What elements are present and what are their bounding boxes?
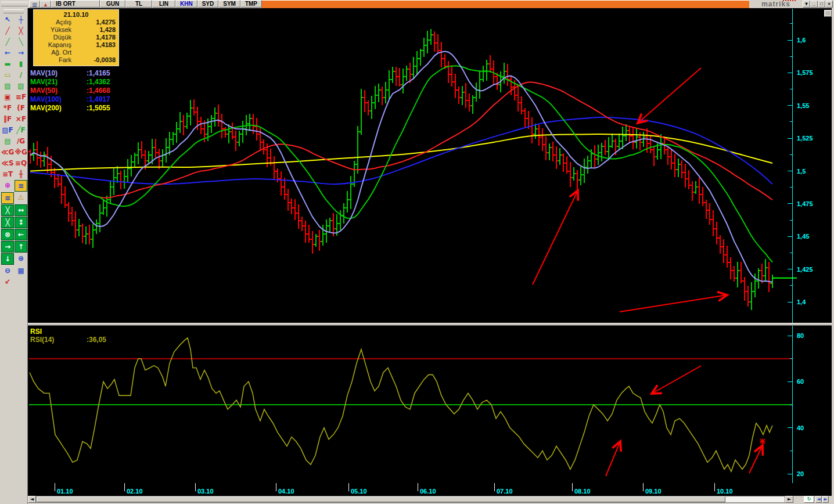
fibonacci-channel-icon[interactable]: ▨F [1, 125, 14, 135]
channel-hatch-up-icon[interactable]: ▨ [1, 81, 14, 91]
pan-up-icon[interactable]: ↑ [15, 241, 27, 253]
pan-down-icon[interactable]: ↓ [1, 253, 14, 265]
pan-left-icon[interactable]: ← [15, 229, 27, 240]
button-syd[interactable]: SYD [197, 0, 219, 8]
pitchfork-icon[interactable]: ╫ [15, 169, 27, 179]
price-axis-label: 1,425 [797, 266, 813, 273]
shift-right-icon[interactable]: → [15, 48, 27, 58]
pan-right-icon[interactable]: → [1, 241, 14, 253]
mav21-legend-row: MAV(21):1,4362 [30, 78, 110, 87]
fibonacci-extension-icon[interactable]: ×F [15, 114, 27, 124]
period-button-gun[interactable]: GUN [100, 0, 125, 8]
quadrant-lines-icon[interactable]: ≡Q [15, 158, 27, 168]
rsi-axis-label: 40 [797, 424, 804, 431]
scroll-right-button[interactable]: ► [785, 496, 793, 503]
vertical-line-icon[interactable]: ▮ [15, 59, 27, 69]
tirone-levels-icon[interactable]: ≡T [1, 169, 14, 179]
gann-lines-icon[interactable]: ▤ [1, 136, 14, 146]
speed-lines-icon[interactable]: ≪S [1, 158, 14, 168]
toolbar-grip-2[interactable] [3, 9, 24, 13]
chart-canvas[interactable]: 1,61,5751,551,5251,51,4751,451,4251,4806… [28, 8, 832, 496]
text-note-icon[interactable]: ≡ [15, 180, 27, 192]
minimize-button[interactable]: _ [810, 1, 818, 8]
currency-button-tl[interactable]: TL [125, 0, 152, 8]
style-button-khn[interactable]: KHN [175, 0, 197, 8]
symbol-button[interactable]: IB ORT [51, 0, 100, 8]
alarm-pencil-icon[interactable]: ▣ [1, 92, 14, 102]
brand-menu-button[interactable]: ▾ [803, 1, 810, 8]
quote-label-close: Kapanış [35, 41, 76, 49]
mav10-legend-row: MAV(10):1,4165 [30, 69, 110, 78]
fit-horizontal-icon[interactable]: ↔ [15, 204, 27, 216]
fibonacci-arc-icon[interactable]: (F [15, 103, 27, 113]
gann-rays-icon[interactable]: ※G [15, 147, 27, 157]
rsi-legend: RSI RSI(14):36,05 [30, 327, 106, 344]
tools-icon[interactable]: ╳ [15, 26, 27, 36]
rsi-value-row: RSI(14):36,05 [30, 336, 106, 344]
refresh-button[interactable]: ↻ [804, 496, 814, 503]
arrow-draw-icon[interactable]: ╱ [1, 37, 14, 47]
channel-hatch-down-icon[interactable]: ▧ [15, 81, 27, 91]
time-axis-label: 05.10 [351, 488, 367, 495]
pencil-draw-icon[interactable]: ╲ [15, 37, 27, 47]
fit-vertical-icon[interactable]: ↕ [15, 217, 27, 228]
draw-red-arrow-icon[interactable]: ↙ [1, 276, 14, 287]
price-axis-label: 1,5 [797, 168, 806, 175]
parallel-lines-icon[interactable]: ∕ [15, 70, 27, 80]
mav-legend: MAV(10):1,4165 MAV(21):1,4362 MAV(50):1,… [30, 69, 110, 113]
fibonacci-retracement-icon[interactable]: ≡F [15, 92, 27, 102]
close-button[interactable]: × [825, 1, 833, 8]
price-axis-label: 1,575 [797, 69, 813, 76]
select-pointer-icon[interactable]: ↖ [1, 15, 14, 25]
price-axis-label: 1,45 [797, 233, 809, 240]
trend-edit-icon[interactable]: ╱ [1, 26, 14, 36]
fibonacci-timezone-icon[interactable]: ‖F [1, 114, 14, 124]
fibonacci-fan-icon[interactable]: *F [1, 103, 14, 113]
cycle-lines-icon[interactable]: ⊕ [1, 180, 14, 190]
quote-date: 21.10.10 [35, 10, 117, 19]
time-axis-label: 10.10 [717, 488, 733, 495]
price-axis-label: 1,55 [797, 102, 809, 109]
fibonacci-edit-icon[interactable]: ╱F [15, 125, 27, 135]
quote-value-close: 1,4183 [76, 41, 117, 49]
expand-horizontal-icon[interactable]: ╳ [1, 204, 14, 216]
page-next-button[interactable]: ► [822, 496, 829, 503]
mav100-legend-row: MAV(100):1,4917 [30, 95, 110, 104]
alarm-bell-icon[interactable]: ⚠ [15, 192, 27, 203]
quote-value-open: 1,4275 [76, 19, 117, 26]
expand-vertical-icon[interactable]: ╳ [1, 217, 14, 228]
toolbar-grip[interactable] [1, 2, 28, 6]
time-axis-label: 09.10 [645, 488, 662, 495]
page-prev-button[interactable]: ◄ [815, 496, 822, 503]
price-axis-label: 1,525 [797, 135, 813, 142]
rsi-axis-label: 80 [797, 332, 804, 339]
quote-value-high: 1,428 [76, 26, 117, 34]
scrollbar-track[interactable] [36, 496, 785, 503]
reset-view-icon[interactable]: ⊗ [1, 229, 14, 240]
titlebar-accent[interactable] [262, 0, 749, 8]
chart-type-icon[interactable]: ▲ [40, 1, 51, 8]
time-axis-label: 03.10 [197, 488, 214, 495]
scrollbar-thumb[interactable] [37, 496, 725, 502]
scroll-left-button[interactable]: ◄ [28, 496, 36, 503]
time-axis-label: 01.10 [57, 488, 73, 495]
button-tmp[interactable]: TMP [240, 0, 262, 8]
crosshair-icon[interactable]: ┼ [15, 15, 27, 25]
horizontal-line-icon[interactable]: ▬ [1, 59, 14, 69]
scale-button-lin[interactable]: LIN [152, 0, 175, 8]
gann-grid-icon[interactable]: ≪G [1, 147, 14, 157]
shift-left-icon[interactable]: ← [1, 48, 14, 58]
matriks-window: ▥ ▲ IB ORT GUN TL LIN KHN SYD SYM TMP ma… [0, 0, 834, 504]
gann-angle-icon[interactable]: ∕G [15, 136, 27, 146]
button-sym[interactable]: SYM [218, 0, 240, 8]
sticky-note-icon[interactable]: ≡ [1, 192, 14, 204]
zoom-in-icon[interactable]: ⊕ [15, 253, 27, 264]
axis-settings-icon[interactable]: ▦ [15, 265, 27, 276]
drawing-toolbar: ↖┼╱╳╱╲←→▬▮▭∕▨▧▣≡F*F(F‖F×F▨F╱F▤∕G≪G※G≪S≡Q… [0, 8, 28, 504]
time-axis-label: 08.10 [574, 488, 591, 495]
restore-button[interactable]: □ [818, 1, 825, 8]
window-list-icon[interactable]: ▥ [29, 1, 40, 8]
zoom-out-icon[interactable]: ⊖ [1, 265, 14, 276]
short-segment-icon[interactable]: ▭ [1, 70, 14, 80]
child-restore-button[interactable]: □ [824, 10, 832, 17]
